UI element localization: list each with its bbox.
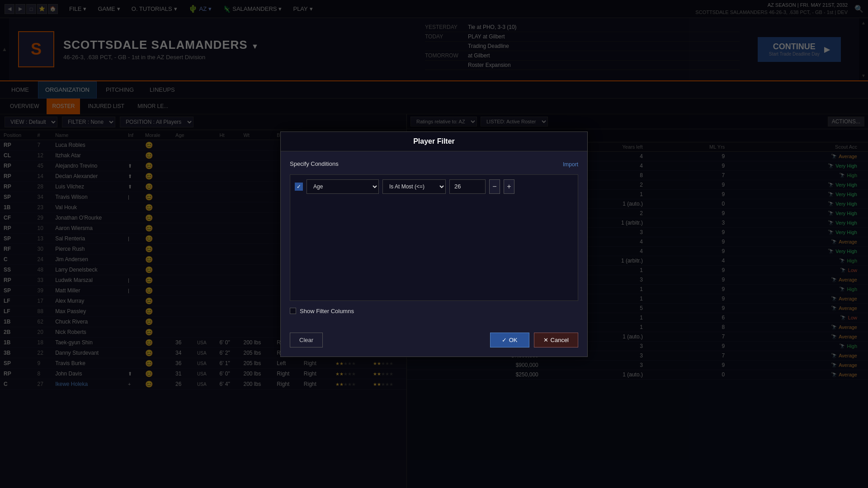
show-filter-checkbox[interactable]	[290, 308, 296, 314]
modal-actions: ✓ OK ✕ Cancel	[490, 333, 578, 347]
cancel-button[interactable]: ✕ Cancel	[534, 333, 578, 347]
modal-footer: Clear ✓ OK ✕ Cancel	[281, 330, 587, 357]
modal-body: Specify Conditions Import ✓ Age Salary P…	[281, 151, 587, 330]
show-filter-label: Show Filter Columns	[300, 308, 354, 314]
clear-button[interactable]: Clear	[290, 333, 323, 347]
filter-condition-row: ✓ Age Salary Position Rating Is At Most …	[295, 179, 573, 194]
ok-button[interactable]: ✓ OK	[490, 333, 529, 347]
modal-overlay[interactable]: Player Filter Specify Conditions Import …	[0, 0, 868, 488]
filter-attribute-select[interactable]: Age Salary Position Rating	[307, 179, 379, 194]
import-link[interactable]: Import	[563, 161, 578, 168]
player-filter-modal: Player Filter Specify Conditions Import …	[280, 131, 588, 357]
filter-decrement-btn[interactable]: −	[489, 179, 500, 194]
filter-checkbox[interactable]: ✓	[295, 183, 303, 191]
specify-label: Specify Conditions	[290, 160, 339, 167]
filter-increment-btn[interactable]: +	[504, 179, 514, 194]
show-filter-row: Show Filter Columns	[290, 308, 578, 314]
filter-value-input[interactable]	[449, 179, 486, 194]
filter-conditions-area: ✓ Age Salary Position Rating Is At Most …	[290, 174, 578, 301]
filter-condition-select[interactable]: Is At Most (<=) Is At Least (>=) Equals	[382, 179, 446, 194]
modal-title: Player Filter	[281, 132, 587, 151]
